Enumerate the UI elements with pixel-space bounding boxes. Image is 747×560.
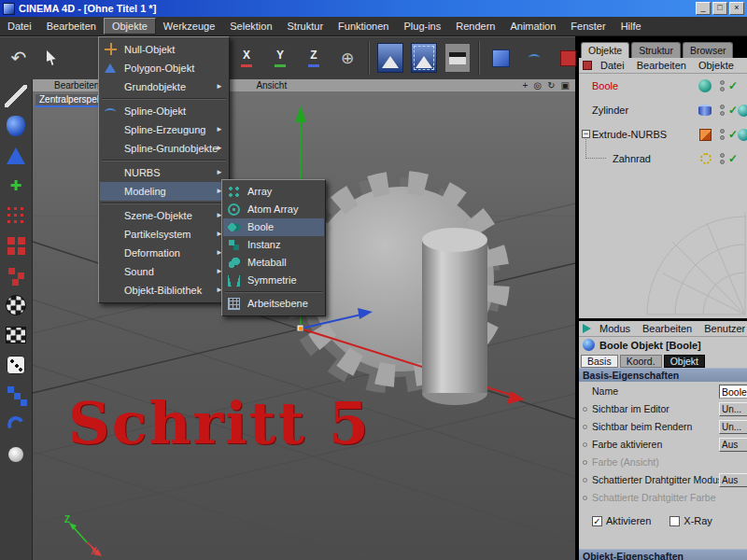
viewport-menu-bearbeiten[interactable]: Bearbeiten	[54, 80, 99, 91]
z-axis-lock-button[interactable]: Z	[298, 39, 330, 77]
bend-deformer-button[interactable]	[4, 413, 28, 437]
tab-koord[interactable]: Koord.	[620, 355, 662, 368]
editor-visibility-dropdown[interactable]: Un...	[719, 402, 747, 416]
object-axis-button[interactable]: ✚	[4, 174, 28, 198]
minimize-button[interactable]: _	[696, 2, 711, 15]
visibility-dots[interactable]	[720, 80, 725, 91]
menu-fenster[interactable]: Fenster	[563, 19, 613, 34]
stairs-button[interactable]	[4, 383, 28, 407]
menu-item-modeling[interactable]: Modeling ►	[100, 182, 228, 201]
menu-item-objekt-bibliothek[interactable]: Objekt-Bibliothek ►	[100, 281, 228, 300]
checker-sphere-button[interactable]	[4, 293, 28, 317]
om-menu-datei[interactable]: Datei	[600, 60, 625, 71]
maximize-view-icon[interactable]: ▣	[561, 80, 570, 91]
app-icon[interactable]	[3, 3, 15, 15]
menu-funktionen[interactable]: Funktionen	[331, 19, 396, 34]
aktivieren-checkbox[interactable]: ✓	[592, 516, 602, 526]
menu-item-spline-grundobjekte[interactable]: Spline-Grundobjekte ►	[100, 139, 228, 158]
menu-struktur[interactable]: Struktur	[280, 19, 331, 34]
add-spline-button[interactable]	[518, 39, 550, 77]
rotate-view-icon[interactable]: ↻	[547, 80, 555, 91]
particle-grid-button[interactable]	[4, 203, 28, 228]
om-menu-objekte[interactable]: Objekte	[698, 60, 734, 71]
menu-item-null-objekt[interactable]: Null-Objekt	[100, 40, 228, 59]
submenu-item-boole[interactable]: Boole	[223, 218, 324, 236]
menu-selektion[interactable]: Selektion	[222, 19, 279, 34]
menu-bearbeiten[interactable]: Bearbeiten	[39, 19, 104, 34]
anim-dot-icon[interactable]	[583, 407, 587, 412]
collapse-expander[interactable]: −	[582, 130, 590, 138]
menu-item-partikelsystem[interactable]: Partikelsystem ►	[100, 225, 228, 244]
name-input[interactable]	[719, 385, 747, 399]
menu-datei[interactable]: Datei	[0, 19, 39, 34]
pan-view-icon[interactable]: +	[523, 80, 529, 91]
spline-pen-button[interactable]	[4, 84, 28, 108]
menu-item-sound[interactable]: Sound ►	[100, 262, 228, 281]
menu-rendern[interactable]: Rendern	[448, 19, 502, 34]
enabled-check-icon[interactable]: ✓	[728, 104, 738, 117]
wireframe-mode-dropdown[interactable]: Aus	[719, 473, 747, 487]
menu-item-grundobjekte[interactable]: Grundobjekte ►	[100, 77, 228, 96]
anim-dot-icon[interactable]	[583, 478, 587, 483]
menu-werkzeuge[interactable]: Werkzeuge	[156, 19, 222, 34]
x-axis-lock-button[interactable]: X	[231, 39, 262, 77]
tab-struktur[interactable]: Struktur	[631, 42, 681, 58]
tab-objekte[interactable]: Objekte	[581, 42, 629, 58]
dice-button[interactable]	[4, 353, 28, 377]
viewport-menu-ansicht[interactable]: Ansicht	[256, 80, 287, 91]
submenu-item-atom-array[interactable]: Atom Array	[223, 201, 324, 218]
menu-item-spline-erzeugung[interactable]: Spline-Erzeugung ►	[100, 120, 228, 139]
menu-item-szene-objekte[interactable]: Szene-Objekte ►	[100, 206, 228, 225]
submenu-item-arbeitsebene[interactable]: Arbeitsebene	[223, 295, 324, 313]
section-header-basis[interactable]: Basis-Eigenschaften	[579, 368, 747, 382]
lamp-button[interactable]	[4, 442, 28, 467]
color-enable-dropdown[interactable]: Aus	[719, 438, 747, 452]
submenu-item-instanz[interactable]: Instanz	[223, 236, 324, 254]
menu-objekte[interactable]: Objekte	[104, 18, 156, 35]
menu-plugins[interactable]: Plug-ins	[396, 19, 448, 34]
submenu-item-metaball[interactable]: Metaball	[223, 254, 324, 272]
submenu-item-array[interactable]: Array	[223, 183, 324, 201]
tab-basis[interactable]: Basis	[581, 355, 618, 368]
menu-hilfe[interactable]: Hilfe	[613, 19, 649, 34]
xray-checkbox[interactable]	[669, 516, 680, 526]
am-menu-bearbeiten[interactable]: Bearbeiten	[642, 323, 692, 334]
anim-dot-icon[interactable]	[583, 425, 587, 429]
cone-primitive-button[interactable]	[4, 144, 28, 168]
tab-browser[interactable]: Browser	[683, 42, 734, 58]
checker-flag-button[interactable]	[4, 323, 28, 347]
enabled-check-icon[interactable]: ✓	[728, 79, 738, 92]
am-menu-modus[interactable]: Modus	[599, 323, 630, 334]
enabled-check-icon[interactable]: ✓	[728, 128, 738, 141]
render-region-button[interactable]	[408, 39, 440, 77]
jug-primitive-button[interactable]	[4, 114, 28, 138]
close-button[interactable]: ×	[729, 2, 744, 15]
submenu-item-symmetrie[interactable]: Symmetrie	[223, 272, 324, 289]
array-button[interactable]	[4, 233, 28, 258]
add-cube-button[interactable]	[485, 39, 516, 77]
render-visibility-dropdown[interactable]: Un...	[719, 420, 747, 434]
phong-tag-icon[interactable]	[738, 129, 747, 141]
menu-animation[interactable]: Animation	[502, 19, 563, 34]
am-menu-benutzer[interactable]: Benutzer	[704, 323, 745, 334]
anim-dot-icon[interactable]	[583, 442, 587, 447]
tab-objekt[interactable]: Objekt	[664, 355, 705, 368]
duplicate-button[interactable]	[4, 263, 28, 287]
section-header-objekt[interactable]: Objekt-Eigenschaften	[579, 549, 747, 560]
zoom-view-icon[interactable]: ◎	[533, 80, 542, 91]
menu-item-polygon-objekt[interactable]: Polygon-Objekt	[100, 59, 228, 77]
render-view-button[interactable]	[374, 39, 406, 77]
menu-item-deformation[interactable]: Deformation ►	[100, 244, 228, 262]
tree-row-zahnrad[interactable]: Zahnrad ✓	[579, 147, 747, 171]
y-axis-lock-button[interactable]: Y	[264, 39, 296, 77]
selection-tool-button[interactable]	[36, 39, 68, 77]
enabled-check-icon[interactable]: ✓	[728, 152, 738, 165]
visibility-dots[interactable]	[720, 105, 725, 116]
visibility-dots[interactable]	[720, 153, 725, 164]
render-settings-button[interactable]	[442, 39, 473, 77]
undo-button[interactable]: ↶	[3, 39, 35, 77]
tree-row-boole[interactable]: Boole ✓	[579, 74, 747, 98]
phong-tag-icon[interactable]	[738, 105, 747, 117]
tree-row-zylinder[interactable]: Zylinder ✓	[579, 98, 747, 122]
coordinate-system-button[interactable]: ⊕	[331, 39, 363, 77]
